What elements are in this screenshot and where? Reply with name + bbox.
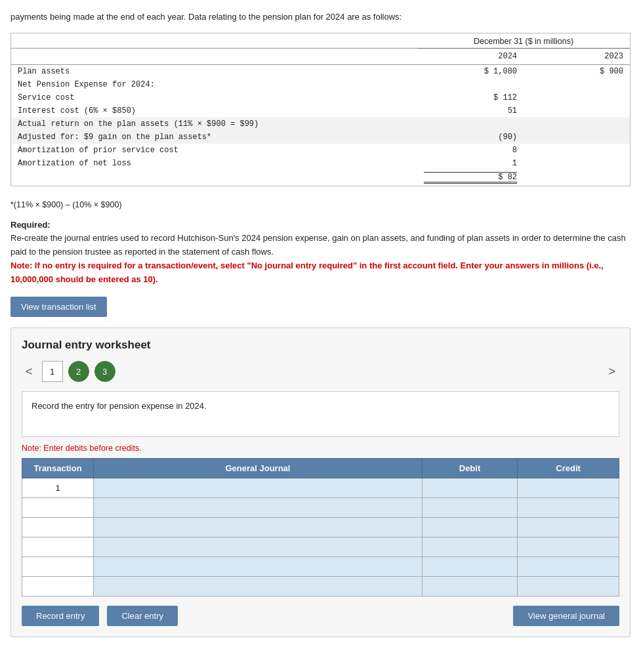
th-transaction: Transaction [22, 459, 94, 478]
credit-input-1[interactable] [518, 498, 619, 517]
journal-row-credit-1[interactable] [518, 498, 619, 518]
data-row-label-2: Service cost [11, 91, 417, 104]
credit-input-0[interactable] [518, 478, 619, 497]
journal-worksheet: Journal entry worksheet < 1 2 3 > Record… [10, 327, 631, 637]
data-row-label-6: Amortization of prior service cost [11, 144, 417, 157]
data-row-2024-3: 51 [417, 104, 524, 117]
nav-page-2[interactable]: 2 [68, 361, 89, 382]
debit-input-5[interactable] [423, 577, 518, 596]
data-row-label-4: Actual return on the plan assets (11% × … [11, 117, 417, 131]
footnote-text: *(11% × $900) – (10% × $900) [10, 200, 631, 209]
general-journal-input-1[interactable] [94, 498, 422, 517]
general-journal-input-5[interactable] [94, 577, 422, 596]
general-journal-input-0[interactable] [94, 478, 422, 497]
journal-row-transaction-4 [22, 557, 94, 577]
data-row-2023-4 [524, 117, 630, 131]
data-row-2023-7 [524, 157, 630, 170]
instruction-text: Record the entry for pension expense in … [31, 401, 207, 411]
debit-input-4[interactable] [423, 557, 518, 576]
data-row-label-8 [11, 170, 417, 186]
nav-page-3[interactable]: 3 [94, 361, 115, 382]
nav-page-1[interactable]: 1 [42, 361, 63, 382]
journal-row-debit-2[interactable] [422, 518, 518, 537]
credit-input-4[interactable] [518, 557, 619, 576]
required-line1: Re-create the journal entries used to re… [10, 232, 631, 259]
data-row-2023-3 [524, 104, 630, 117]
journal-row-transaction-3 [22, 537, 94, 557]
data-row-label-5: Adjusted for: $9 gain on the plan assets… [11, 131, 417, 144]
data-row-2024-8: $ 82 [417, 170, 524, 186]
bottom-buttons: Record entry Clear entry View general jo… [22, 606, 619, 626]
col-label-header [11, 33, 417, 49]
note-text: Note: Enter debits before credits. [22, 444, 619, 453]
journal-row-credit-0[interactable] [518, 478, 619, 498]
view-general-journal-button[interactable]: View general journal [513, 606, 619, 626]
data-row-2024-7: 1 [417, 157, 524, 170]
journal-row-credit-3[interactable] [518, 537, 619, 557]
record-entry-button[interactable]: Record entry [22, 606, 99, 626]
nav-left-arrow[interactable]: < [22, 364, 37, 380]
general-journal-input-3[interactable] [94, 537, 422, 556]
nav-row: < 1 2 3 > [22, 361, 619, 382]
debit-input-2[interactable] [423, 518, 518, 537]
col-2023-header: 2023 [524, 48, 630, 64]
nav-right-arrow[interactable]: > [604, 364, 619, 380]
journal-row-debit-4[interactable] [422, 557, 518, 577]
instruction-box: Record the entry for pension expense in … [22, 391, 619, 437]
journal-row-debit-5[interactable] [422, 577, 518, 597]
journal-row-transaction-0: 1 [22, 478, 94, 498]
required-red-note: Note: If no entry is required for a tran… [10, 259, 631, 287]
data-row-label-1: Net Pension Expense for 2024: [11, 78, 417, 91]
clear-entry-button[interactable]: Clear entry [107, 606, 178, 626]
data-table-wrapper: December 31 ($ in millions) 2024 2023 Pl… [10, 33, 631, 186]
data-row-label-7: Amortization of net loss [11, 157, 417, 170]
journal-row-debit-0[interactable] [422, 478, 518, 498]
th-credit: Credit [518, 459, 619, 478]
credit-input-2[interactable] [518, 518, 619, 537]
journal-row-debit-1[interactable] [422, 498, 518, 518]
intro-text: payments being made at the end of each y… [10, 10, 631, 24]
view-transaction-button[interactable]: View transaction list [10, 297, 107, 317]
data-row-2024-4 [417, 117, 524, 131]
general-journal-input-2[interactable] [94, 518, 422, 537]
data-row-2024-0: $ 1,080 [417, 64, 524, 78]
debit-input-3[interactable] [423, 537, 518, 556]
journal-worksheet-title: Journal entry worksheet [22, 339, 619, 352]
journal-row-general-1[interactable] [94, 498, 423, 518]
debit-input-0[interactable] [423, 478, 518, 497]
data-row-2023-8 [524, 170, 630, 186]
credit-input-5[interactable] [518, 577, 619, 596]
journal-row-general-3[interactable] [94, 537, 423, 557]
data-row-2024-6: 8 [417, 144, 524, 157]
data-table: December 31 ($ in millions) 2024 2023 Pl… [11, 33, 630, 186]
journal-row-general-4[interactable] [94, 557, 423, 577]
journal-row-general-5[interactable] [94, 577, 423, 597]
general-journal-input-4[interactable] [94, 557, 422, 576]
journal-row-debit-3[interactable] [422, 537, 518, 557]
data-row-label-0: Plan assets [11, 64, 417, 78]
journal-row-credit-2[interactable] [518, 518, 619, 537]
data-row-2023-5 [524, 131, 630, 144]
journal-row-credit-4[interactable] [518, 557, 619, 577]
col-2024-header: 2024 [417, 48, 524, 64]
data-row-2024-2: $ 112 [417, 91, 524, 104]
journal-row-general-0[interactable] [94, 478, 423, 498]
data-row-2024-5: (90) [417, 131, 524, 144]
data-row-2023-6 [524, 144, 630, 157]
journal-row-transaction-5 [22, 577, 94, 597]
credit-input-3[interactable] [518, 537, 619, 556]
data-row-label-3: Interest cost (6% × $850) [11, 104, 417, 117]
th-general-journal: General Journal [94, 459, 423, 478]
table-header-main: December 31 ($ in millions) [417, 33, 630, 49]
journal-row-transaction-1 [22, 498, 94, 518]
journal-row-general-2[interactable] [94, 518, 423, 537]
journal-row-transaction-2 [22, 518, 94, 537]
journal-row-credit-5[interactable] [518, 577, 619, 597]
data-row-2023-2 [524, 91, 630, 104]
debit-input-1[interactable] [423, 498, 518, 517]
empty-th [11, 48, 417, 64]
journal-table: Transaction General Journal Debit Credit… [22, 458, 619, 597]
data-row-2024-1 [417, 78, 524, 91]
required-section: Required: Re-create the journal entries … [10, 219, 631, 287]
data-row-2023-1 [524, 78, 630, 91]
